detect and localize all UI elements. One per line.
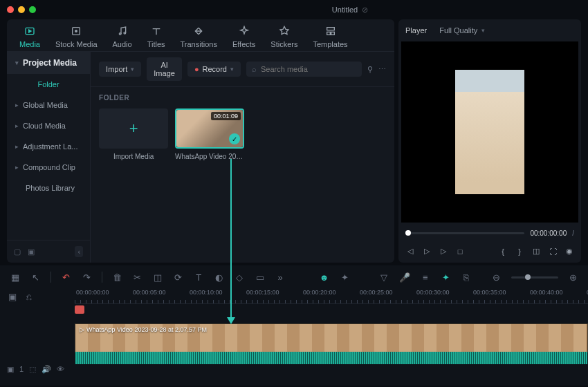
maximize-window[interactable]: [29, 6, 36, 13]
ai-image-button[interactable]: AI Image: [147, 57, 182, 81]
import-button[interactable]: Import▾: [99, 62, 141, 77]
player-controls: ◁ ▷ ▷ □ { } ◫ ⛶ ◉: [398, 244, 581, 263]
mark-out-icon[interactable]: }: [515, 247, 524, 256]
color-icon[interactable]: ◐: [214, 272, 224, 283]
track-layers-icon[interactable]: ▣: [7, 292, 18, 302]
search-field[interactable]: ⌕: [246, 62, 362, 77]
media-sidebar: ▾Project Media Folder ▸Global Media ▸Clo…: [7, 52, 91, 263]
player-panel: Player Full Quality▾ 00:00:00:00 / ◁ ▷ ▷…: [398, 19, 581, 263]
sidebar-item-cloud-media[interactable]: ▸Cloud Media: [7, 115, 90, 136]
more-tools-icon[interactable]: »: [275, 272, 285, 283]
enhance-icon[interactable]: ✦: [339, 272, 349, 283]
tab-media[interactable]: Media: [19, 25, 40, 48]
player-scrubber[interactable]: 00:00:00:00 /: [398, 223, 581, 244]
mixer-icon[interactable]: ≡: [420, 272, 430, 283]
templates-icon: [324, 25, 337, 37]
mark-in-icon[interactable]: {: [498, 247, 508, 256]
zoom-in-icon[interactable]: ⊕: [568, 272, 578, 283]
stickers-icon: [278, 25, 291, 37]
timeline-clip[interactable]: ▷ WhatsApp Video 2023-09-28 at 2.07.57 P…: [75, 323, 588, 352]
tab-label: Audio: [113, 40, 132, 48]
media-clip-tile[interactable]: 00:01:09 ✓ WhatsApp Video 202...: [175, 108, 244, 160]
cursor-icon[interactable]: ↖: [30, 272, 40, 283]
stop-icon[interactable]: □: [455, 247, 465, 256]
add-folder-icon[interactable]: ▣: [28, 247, 35, 256]
video-track-header[interactable]: ▣ 1 ⬚ 🔊 👁: [0, 354, 75, 384]
crop-icon[interactable]: ◫: [531, 247, 541, 256]
collapse-sidebar-icon[interactable]: ‹: [75, 246, 83, 257]
close-window[interactable]: [7, 6, 14, 13]
crop-tool-icon[interactable]: ◫: [153, 272, 163, 283]
marker-icon[interactable]: ▽: [379, 272, 389, 283]
new-folder-icon[interactable]: ▢: [14, 247, 21, 256]
undo-icon[interactable]: ↶: [61, 272, 71, 283]
sidebar-item-global-media[interactable]: ▸Global Media: [7, 95, 90, 115]
tab-stock-media[interactable]: Stock Media: [55, 25, 98, 48]
audio-icon: [116, 25, 129, 37]
keyframe-icon[interactable]: ◇: [234, 272, 244, 283]
grid-icon[interactable]: ▦: [10, 272, 20, 283]
window-controls: [7, 6, 36, 13]
sidebar-item-compound[interactable]: ▸Compound Clip: [7, 157, 90, 178]
svg-rect-5: [327, 28, 334, 30]
track-link-icon[interactable]: ⎌: [24, 292, 35, 302]
search-input[interactable]: [261, 65, 356, 73]
svg-rect-7: [331, 32, 334, 35]
tracks-area[interactable]: 00:00:00:00 00:00:05:00 00:00:10:00 00:0…: [75, 289, 588, 386]
play-icon[interactable]: ▷: [439, 247, 448, 256]
visible-icon[interactable]: 👁: [57, 365, 64, 373]
link-icon[interactable]: ⎘: [461, 272, 471, 283]
snap-icon[interactable]: ✦: [441, 272, 451, 283]
delete-icon[interactable]: 🗑: [112, 272, 122, 283]
duration-badge: 00:01:09: [211, 112, 241, 120]
check-icon: ✓: [229, 133, 240, 144]
filter-icon[interactable]: ⚲: [367, 65, 373, 74]
play-backward-icon[interactable]: ▷: [422, 247, 432, 256]
record-button[interactable]: ●Record▾: [187, 62, 241, 77]
time-ruler[interactable]: 00:00:00:00 00:00:05:00 00:00:10:00 00:0…: [75, 289, 588, 304]
tab-label: Transitions: [181, 40, 217, 48]
zoom-slider[interactable]: [511, 276, 558, 279]
minimize-window[interactable]: [18, 6, 25, 13]
thumb-label: WhatsApp Video 202...: [175, 153, 244, 160]
group-icon[interactable]: ▭: [255, 272, 265, 283]
more-icon[interactable]: ⋯: [378, 65, 386, 74]
speed-icon[interactable]: ⟳: [173, 272, 183, 283]
sidebar-folder[interactable]: Folder: [7, 74, 90, 95]
import-media-tile[interactable]: + Import Media: [99, 108, 168, 160]
fullscreen-icon[interactable]: ⛶: [548, 247, 558, 256]
clip-video-icon: ▷: [80, 326, 84, 333]
sidebar-item-adjustment[interactable]: ▸Adjustment La...: [7, 136, 90, 157]
prev-frame-icon[interactable]: ◁: [405, 247, 415, 256]
player-time: 00:00:00:00: [530, 229, 567, 237]
effects-icon: [238, 25, 250, 37]
tab-effects[interactable]: Effects: [232, 25, 255, 48]
snapshot-icon[interactable]: ◉: [564, 247, 574, 256]
plus-icon: +: [129, 120, 138, 138]
zoom-out-icon[interactable]: ⊖: [491, 272, 502, 283]
sidebar-item-photos[interactable]: Photos Library: [7, 178, 90, 198]
ai-icon[interactable]: ☻: [319, 272, 329, 283]
redo-icon[interactable]: ↷: [81, 272, 91, 283]
player-viewer[interactable]: [401, 41, 578, 223]
tab-stickers[interactable]: Stickers: [270, 25, 297, 48]
scrubber-thumb[interactable]: [405, 230, 411, 236]
timeline: ▣ ⎌ ▣ 1 ⬚ 🔊 👁 00:00:00:00 00:00:05:00 00…: [0, 289, 588, 386]
player-header: Player Full Quality▾: [398, 19, 581, 41]
tab-label: Stickers: [270, 40, 297, 48]
tab-label: Effects: [232, 40, 255, 48]
tab-transitions[interactable]: Transitions: [181, 25, 217, 48]
text-icon[interactable]: T: [194, 272, 204, 283]
tab-templates[interactable]: Templates: [313, 25, 347, 48]
split-icon[interactable]: ✂: [132, 272, 143, 283]
sidebar-header-project-media[interactable]: ▾Project Media: [7, 52, 90, 74]
tab-audio[interactable]: Audio: [113, 25, 132, 48]
tab-titles[interactable]: Titles: [147, 25, 165, 48]
audio-waveform[interactable]: [75, 352, 587, 364]
mic-icon[interactable]: 🎤: [399, 272, 410, 283]
quality-dropdown[interactable]: Full Quality▾: [439, 26, 485, 35]
playhead-region[interactable]: [75, 304, 588, 314]
playhead-handle[interactable]: [75, 305, 84, 314]
lock-icon[interactable]: ⬚: [29, 365, 36, 374]
mute-icon[interactable]: 🔊: [42, 365, 51, 374]
